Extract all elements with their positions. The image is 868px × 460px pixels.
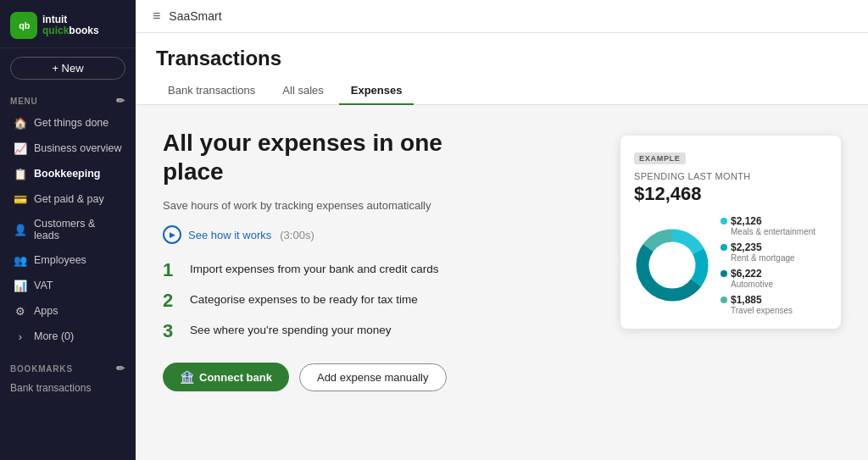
menu-edit-icon[interactable]: ✏ xyxy=(116,95,125,107)
step-1-text: Import expenses from your bank and credi… xyxy=(190,261,438,275)
connect-bank-label: Connect bank xyxy=(199,371,272,384)
home-icon: 🏠 xyxy=(14,116,27,130)
chart-legend-area: $2,126 Meals & entertainment $2,235 Rent… xyxy=(634,215,827,315)
page-title: Transactions xyxy=(156,47,848,70)
tab-expenses[interactable]: Expenses xyxy=(339,77,415,105)
example-card: EXAMPLE SPENDING LAST MONTH $12,468 xyxy=(620,136,841,329)
step-1-number: 1 xyxy=(163,261,180,280)
legend-item-3: $1,885 Travel expenses xyxy=(721,294,815,315)
how-it-works-label: See how it works xyxy=(188,229,271,241)
steps-list: 1 Import expenses from your bank and cre… xyxy=(163,261,600,341)
bookkeeping-icon: 📋 xyxy=(14,167,27,180)
legend-amount-3: $1,885 xyxy=(721,294,815,306)
sidebar-item-vat[interactable]: 📊 VAT xyxy=(3,273,132,298)
sidebar-bookmark-bank-transactions[interactable]: Bank transactions xyxy=(0,378,136,398)
step-2-number: 2 xyxy=(163,291,180,310)
quickbooks-logo-icon: qb xyxy=(10,12,37,39)
tab-bank-transactions[interactable]: Bank transactions xyxy=(156,77,267,105)
more-icon: › xyxy=(14,330,27,343)
legend-item-2: $6,222 Automotive xyxy=(721,268,815,289)
menu-toggle-icon[interactable]: ≡ xyxy=(153,8,160,24)
vat-icon: 📊 xyxy=(14,279,27,292)
svg-point-6 xyxy=(651,244,693,286)
legend-dot-2 xyxy=(721,270,727,277)
legend-dot-0 xyxy=(721,218,727,224)
main-content: ≡ SaaSmart Transactions Bank transaction… xyxy=(136,0,868,460)
legend-label-0: Meals & entertainment xyxy=(731,227,815,236)
sidebar: qb intuit quickbooks + New MENU ✏ 🏠 Get … xyxy=(0,0,136,460)
add-expense-button[interactable]: Add expense manually xyxy=(299,363,447,391)
svg-text:qb: qb xyxy=(19,20,31,30)
step-3-number: 3 xyxy=(163,322,180,341)
sidebar-item-more[interactable]: › More (0) xyxy=(3,324,132,349)
page-header: Transactions xyxy=(136,33,868,77)
tabs-bar: Bank transactions All sales Expenses xyxy=(136,77,868,105)
legend-item-1: $2,235 Rent & mortgage xyxy=(721,241,815,263)
step-2-text: Categorise expenses to be ready for tax … xyxy=(190,291,418,306)
sidebar-item-get-things-done[interactable]: 🏠 Get things done xyxy=(3,110,132,136)
sidebar-logo: qb intuit quickbooks xyxy=(0,0,136,48)
example-badge: EXAMPLE xyxy=(634,152,686,164)
promo-left: All your expenses in one place Save hour… xyxy=(163,129,600,391)
sidebar-item-bookkeeping[interactable]: 📋 Bookkeeping xyxy=(3,161,132,186)
bookmarks-section-label: BOOKMARKS ✏ xyxy=(0,356,136,378)
chart-icon: 📈 xyxy=(14,141,27,155)
topbar: ≡ SaaSmart xyxy=(136,0,868,33)
app-name: SaaSmart xyxy=(169,9,221,23)
promo-subtext: Save hours of work by tracking expenses … xyxy=(163,199,600,212)
step-1: 1 Import expenses from your bank and cre… xyxy=(163,261,600,280)
legend-amount-2: $6,222 xyxy=(721,268,815,280)
apps-icon: ⚙ xyxy=(14,304,27,318)
payment-icon: 💳 xyxy=(14,192,27,206)
new-button[interactable]: + New xyxy=(10,57,125,80)
legend-amount-1: $2,235 xyxy=(721,241,815,253)
step-2: 2 Categorise expenses to be ready for ta… xyxy=(163,291,600,310)
bank-icon: 🏦 xyxy=(180,370,194,384)
logo-text: intuit quickbooks xyxy=(42,14,99,36)
sidebar-item-apps[interactable]: ⚙ Apps xyxy=(3,298,132,324)
how-it-works-time: (3:00s) xyxy=(280,229,314,241)
tab-all-sales[interactable]: All sales xyxy=(270,77,335,105)
sidebar-item-customers-leads[interactable]: 👤 Customers & leads xyxy=(3,212,132,247)
legend-dot-3 xyxy=(721,297,727,303)
bookmarks-edit-icon[interactable]: ✏ xyxy=(116,363,125,374)
promo-buttons: 🏦 Connect bank Add expense manually xyxy=(163,363,600,391)
how-it-works-link[interactable]: ▶ See how it works (3:00s) xyxy=(163,225,600,244)
sidebar-item-get-paid-pay[interactable]: 💳 Get paid & pay xyxy=(3,186,132,212)
step-3-text: See where you're spending your money xyxy=(190,322,391,336)
legend-amount-0: $2,126 xyxy=(721,215,815,227)
play-icon: ▶ xyxy=(163,225,181,244)
sidebar-item-employees[interactable]: 👥 Employees xyxy=(3,247,132,273)
spending-label: SPENDING LAST MONTH xyxy=(634,171,827,181)
donut-svg xyxy=(634,227,710,303)
menu-section-label: MENU ✏ xyxy=(0,88,136,110)
donut-chart xyxy=(634,227,710,303)
spending-amount: $12,468 xyxy=(634,183,827,205)
legend-label-2: Automotive xyxy=(731,280,815,289)
main-promo-area: All your expenses in one place Save hour… xyxy=(136,105,868,460)
legend-items: $2,126 Meals & entertainment $2,235 Rent… xyxy=(721,215,815,315)
connect-bank-button[interactable]: 🏦 Connect bank xyxy=(163,363,289,391)
legend-label-1: Rent & mortgage xyxy=(731,253,815,263)
sidebar-item-business-overview[interactable]: 📈 Business overview xyxy=(3,136,132,161)
step-3: 3 See where you're spending your money xyxy=(163,322,600,341)
promo-heading: All your expenses in one place xyxy=(163,129,502,186)
legend-label-3: Travel expenses xyxy=(731,306,815,315)
legend-dot-1 xyxy=(721,244,727,251)
customers-icon: 👤 xyxy=(14,223,27,236)
employees-icon: 👥 xyxy=(14,253,27,267)
legend-item-0: $2,126 Meals & entertainment xyxy=(721,215,815,236)
